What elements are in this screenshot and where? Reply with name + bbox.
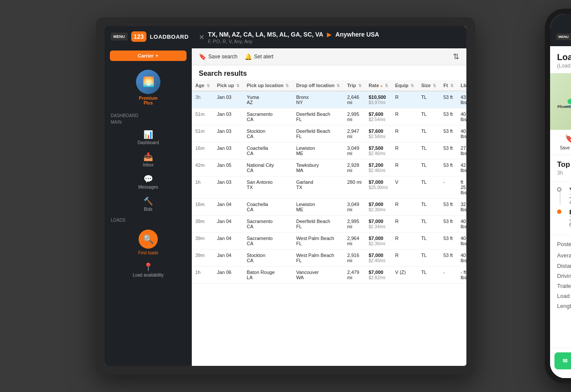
cell-rate: $7,500$2.46/mi [365,142,392,159]
phone-menu-button[interactable]: MENU [556,34,571,40]
cell-pickup-loc: Baton RougeLA [243,267,292,284]
cell-ft: 53 ft [440,199,457,216]
cell-lb: ft 25,000 lbs [457,176,466,199]
save-search-button[interactable]: 🔖 Save search [199,53,238,60]
save-load-label: Save load [560,145,571,150]
phone-mockup: MENU 123 LOADBOARD ⬜ ▶ Load details (Loa… [545,9,571,383]
table-row[interactable]: 39m Jan 04 SacramentoCA Deerfield BeachF… [192,216,466,233]
col-size: Size ⇅ [418,80,440,91]
cell-pickup-loc: CoachellaCA [243,142,292,159]
cell-ft: 53 ft [440,216,457,233]
cell-pickup: Jan 03 [214,125,243,142]
table-row[interactable]: 16m Jan 03 CoachellaCA LewistonME 3,049 … [192,142,466,159]
results-header: Search results [192,65,466,80]
set-alert-icon: 🔔 [245,53,252,60]
bids-icon: 🔨 [143,196,153,206]
cell-rate: $7,600$2.54/mi [365,108,392,125]
save-search-label: Save search [208,54,238,60]
save-search-icon: 🔖 [199,53,206,60]
cell-pickup: Jan 03 [214,176,243,199]
clear-search-button[interactable]: ✕ [199,33,204,41]
laptop-screen: MENU 123 LOADBOARD Carrier ▼ 🌅 Premium P… [105,26,466,366]
cell-size: TL [418,199,440,216]
main-content: ✕ TX, NM, AZ, CA, LA, MS, AL, GA, SC, VA… [192,26,466,366]
cell-rate: $7,200$2.46/mi [365,159,392,176]
menu-button[interactable]: MENU [111,33,128,41]
cell-size: TL [418,176,440,199]
messages-icon: 💬 [143,174,153,184]
sidebar-header: MENU 123 LOADBOARD [105,26,192,47]
sidebar-item-inbox[interactable]: 📥 Inbox [105,149,192,171]
cell-dropoff-loc: BronxNY [292,91,343,108]
table-row[interactable]: 42m Jan 05 National CityCA TewksburyMA 2… [192,159,466,176]
logo-box: 123 [131,31,146,42]
table-row[interactable]: 51m Jan 03 SacramentoCA Deerfield BeachF… [192,108,466,125]
table-row[interactable]: 39m Jan 04 SacramentoCA West Palm BeachF… [192,233,466,250]
email-button[interactable]: ✉ [554,352,571,369]
load-details-title: Load details [557,52,571,62]
avg-rate-row: Average rate $7,214.36 $2.73/mi [557,252,571,259]
cell-pickup-loc: National CityCA [243,159,292,176]
load-details-panel[interactable]: Load details (Load available) ✕ ⋮ ⊕ Phoe… [550,46,571,348]
cell-pickup-loc: StocktonCA [243,250,292,267]
cell-trip: 3,049 mi [343,142,365,159]
cell-trip: 280 mi [343,176,365,199]
table-row[interactable]: 1h Jan 03 San AntonioTX GarlandTX 280 mi… [192,176,466,199]
cell-age: 42m [192,159,214,176]
cell-trip: 3,049 mi [343,199,365,216]
phone-header: MENU 123 LOADBOARD ⬜ ▶ [550,14,571,46]
table-row[interactable]: 3h Jan 03 YumaAZ BronxNY 2,646 mi $10,50… [192,91,466,108]
cell-equip: R [392,233,418,250]
phone-bottom-bar: ✉ 📞 💬 Message 🔨 Bid [550,348,571,378]
distance-row: Distance 2646 mi [557,263,571,269]
table-row[interactable]: 39m Jan 04 StocktonCA West Palm BeachFL … [192,250,466,267]
set-alert-button[interactable]: 🔔 Set alert [245,53,274,60]
cell-pickup-loc: SacramentoCA [243,108,292,125]
table-header-row: Age ⇅ Pick up ⇅ Pick up location ⇅ Drop … [192,80,466,91]
sidebar-item-bids[interactable]: 🔨 Bids [105,193,192,215]
cell-pickup-loc: SacramentoCA [243,216,292,233]
carrier-button[interactable]: Carrier ▼ [110,51,187,61]
company-age: 3h [557,170,571,176]
table-row[interactable]: 16m Jan 04 CoachellaCA LewistonME 3,049 … [192,199,466,216]
sidebar-item-load-availability[interactable]: 📍 Load availability [105,259,192,281]
driving-time-label: Driving time [557,273,571,279]
cell-size: TL [418,108,440,125]
cell-age: 16m [192,199,214,216]
cell-equip: R [392,125,418,142]
load-details-header: Load details (Load available) ✕ ⋮ [550,46,571,73]
sort-button[interactable]: ⇅ [453,52,459,61]
top-search-bar: ✕ TX, NM, AZ, CA, LA, MS, AL, GA, SC, VA… [192,26,466,48]
sidebar-item-dashboard[interactable]: 📊 Dashboard [105,126,192,149]
cell-lb: 40,000 lbs [457,125,466,142]
cell-rate: $7,000$25.00/mi [365,176,392,199]
rate-section: Posted rate $10,500 $3.97/mi Average rat… [550,235,571,317]
cell-equip: V [392,176,418,199]
table-row[interactable]: 1h Jan 06 Baton RougeLA VancouverWA 2,47… [192,267,466,284]
cell-dropoff-loc: West Palm BeachFL [292,233,343,250]
sidebar-item-messages[interactable]: 💬 Messages [105,171,192,193]
cell-ft: 53 ft [440,142,457,159]
cell-dropoff-loc: West Palm BeachFL [292,250,343,267]
cell-equip: R [392,91,418,108]
search-filters: F, PO, R, V, Any, Any [208,39,379,44]
cell-trip: 2,479 mi [343,267,365,284]
dashboard-label: Dashboard [138,140,159,145]
sidebar-item-find-loads[interactable]: 🔍 Find loads [105,224,192,259]
messages-label: Messages [138,185,158,189]
company-section: Top Logistincs Inc 3h ⊞ ♡ [550,155,571,182]
cell-dropoff-loc: VancouverWA [292,267,343,284]
avg-rate-label: Average rate [557,252,571,259]
cell-equip: R [392,159,418,176]
action-save-load[interactable]: 🔖 Save load [560,134,571,150]
loads-table: Age ⇅ Pick up ⇅ Pick up location ⇅ Drop … [192,80,466,284]
destination-date: Jan 8 [569,216,571,222]
results-table[interactable]: Age ⇅ Pick up ⇅ Pick up location ⇅ Drop … [192,80,466,366]
cell-size: TL [418,267,440,284]
cell-pickup: Jan 03 [214,142,243,159]
cell-equip: R [392,142,418,159]
cell-pickup: Jan 03 [214,108,243,125]
table-row[interactable]: 51m Jan 03 StocktonCA Deerfield BeachFL … [192,125,466,142]
cell-pickup: Jan 06 [214,267,243,284]
cell-ft: - [440,267,457,284]
